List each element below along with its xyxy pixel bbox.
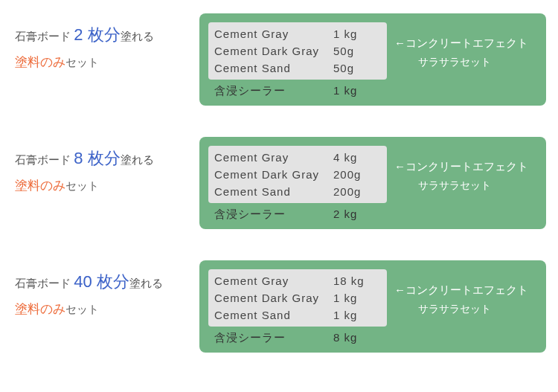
sheet-unit: 枚分 xyxy=(92,272,129,291)
product-title: 石膏ボード 8 枚分塗れる塗料のみセット xyxy=(15,137,199,198)
ingredients-panel: Cement Gray4 kgCement Dark Gray200gCemen… xyxy=(199,137,546,229)
set-label: セット xyxy=(65,303,99,315)
ingredient-amount: 1 kg xyxy=(333,309,357,321)
board-prefix: 石膏ボード xyxy=(15,153,71,166)
paint-only-label: 塗料のみ xyxy=(15,302,65,316)
ingredients-panel: Cement Gray18 kgCement Dark Gray1 kgCeme… xyxy=(199,260,546,353)
sealer-amount: 8 kg xyxy=(333,331,357,345)
ingredients-content: Cement Gray4 kgCement Dark Gray200gCemen… xyxy=(208,146,391,222)
ingredient-name: Cement Sand xyxy=(214,185,333,198)
set-label: セット xyxy=(65,179,99,192)
ingredients-panel: Cement Gray1 kgCement Dark Gray50gCement… xyxy=(199,13,546,106)
effect-label: ←コンクリートエフェクトサラサラセット xyxy=(391,146,537,195)
ingredient-name: Cement Sand xyxy=(214,62,333,74)
ingredient-row: Cement Gray1 kg xyxy=(214,25,381,42)
board-prefix: 石膏ボード xyxy=(15,277,71,289)
ingredient-amount: 18 kg xyxy=(333,274,365,287)
product-title: 石膏ボード 2 枚分塗れる塗料のみセット xyxy=(15,13,199,74)
board-suffix: 塗れる xyxy=(121,30,154,42)
title-line-1: 石膏ボード 8 枚分塗れる xyxy=(15,143,199,174)
sealer-row: 含浸シーラー2 kg xyxy=(208,203,391,222)
sheet-count: 40 xyxy=(74,272,92,291)
cement-group: Cement Gray18 kgCement Dark Gray1 kgCeme… xyxy=(208,269,387,327)
effect-label-line1: ←コンクリートエフェクト xyxy=(394,156,537,176)
ingredient-name: Cement Gray xyxy=(214,274,333,287)
board-prefix: 石膏ボード xyxy=(15,30,71,42)
title-line-2: 塗料のみセット xyxy=(15,174,199,198)
sealer-amount: 2 kg xyxy=(333,208,357,222)
effect-label-line1: ←コンクリートエフェクト xyxy=(394,33,537,53)
ingredient-amount: 50g xyxy=(333,62,354,74)
ingredient-amount: 1 kg xyxy=(333,28,357,40)
ingredient-name: Cement Dark Gray xyxy=(214,45,333,57)
sealer-name: 含浸シーラー xyxy=(214,84,333,98)
sheet-unit: 枚分 xyxy=(83,149,120,167)
ingredient-row: Cement Gray18 kg xyxy=(214,272,381,289)
ingredient-amount: 200g xyxy=(333,185,361,198)
effect-label: ←コンクリートエフェクトサラサラセット xyxy=(391,269,537,318)
title-line-2: 塗料のみセット xyxy=(15,298,199,321)
ingredients-content: Cement Gray1 kgCement Dark Gray50gCement… xyxy=(208,22,391,98)
sealer-row: 含浸シーラー8 kg xyxy=(208,327,391,345)
ingredient-name: Cement Gray xyxy=(214,151,333,164)
effect-label-line2: サラサラセット xyxy=(394,300,537,318)
sealer-name: 含浸シーラー xyxy=(214,208,333,222)
sealer-amount: 1 kg xyxy=(333,84,357,98)
ingredient-row: Cement Dark Gray200g xyxy=(214,166,381,183)
ingredient-amount: 200g xyxy=(333,168,361,181)
cement-group: Cement Gray1 kgCement Dark Gray50gCement… xyxy=(208,22,387,80)
ingredient-row: Cement Sand1 kg xyxy=(214,306,381,324)
ingredient-row: Cement Sand50g xyxy=(214,60,381,77)
ingredient-name: Cement Dark Gray xyxy=(214,168,333,181)
ingredient-amount: 4 kg xyxy=(333,151,357,164)
effect-label: ←コンクリートエフェクトサラサラセット xyxy=(391,22,537,71)
sealer-name: 含浸シーラー xyxy=(214,331,333,345)
title-line-1: 石膏ボード 40 枚分塗れる xyxy=(15,266,199,298)
ingredient-row: Cement Dark Gray1 kg xyxy=(214,289,381,306)
product-row: 石膏ボード 8 枚分塗れる塗料のみセットCement Gray4 kgCemen… xyxy=(0,137,558,229)
ingredient-amount: 1 kg xyxy=(333,292,357,304)
sheet-count: 8 xyxy=(74,149,83,167)
board-suffix: 塗れる xyxy=(121,153,154,166)
ingredient-row: Cement Gray4 kg xyxy=(214,149,381,166)
effect-label-line2: サラサラセット xyxy=(394,176,537,195)
effect-label-line1: ←コンクリートエフェクト xyxy=(394,280,537,300)
ingredient-name: Cement Gray xyxy=(214,28,333,40)
cement-group: Cement Gray4 kgCement Dark Gray200gCemen… xyxy=(208,146,387,203)
sheet-count: 2 xyxy=(74,25,83,44)
ingredient-row: Cement Dark Gray50g xyxy=(214,42,381,60)
product-row: 石膏ボード 2 枚分塗れる塗料のみセットCement Gray1 kgCemen… xyxy=(0,13,558,106)
paint-only-label: 塗料のみ xyxy=(15,179,65,193)
ingredient-row: Cement Sand200g xyxy=(214,183,381,200)
sheet-unit: 枚分 xyxy=(83,25,120,44)
title-line-1: 石膏ボード 2 枚分塗れる xyxy=(15,19,199,51)
effect-label-line2: サラサラセット xyxy=(394,53,537,71)
title-line-2: 塗料のみセット xyxy=(15,51,199,74)
product-row: 石膏ボード 40 枚分塗れる塗料のみセットCement Gray18 kgCem… xyxy=(0,260,558,353)
paint-only-label: 塗料のみ xyxy=(15,55,65,69)
product-title: 石膏ボード 40 枚分塗れる塗料のみセット xyxy=(15,260,199,321)
set-label: セット xyxy=(65,56,99,68)
ingredient-name: Cement Dark Gray xyxy=(214,292,333,304)
ingredients-content: Cement Gray18 kgCement Dark Gray1 kgCeme… xyxy=(208,269,391,345)
sealer-row: 含浸シーラー1 kg xyxy=(208,80,391,98)
board-suffix: 塗れる xyxy=(129,277,163,289)
ingredient-name: Cement Sand xyxy=(214,309,333,321)
ingredient-amount: 50g xyxy=(333,45,354,57)
